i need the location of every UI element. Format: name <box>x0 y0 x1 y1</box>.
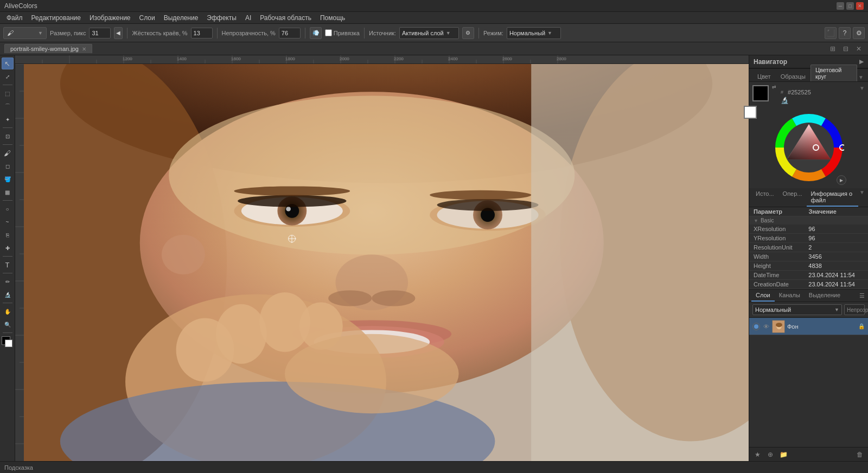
tool-select-lasso[interactable]: ⌒ <box>2 100 14 112</box>
mode-dropdown[interactable]: Нормальный ▼ <box>507 27 561 39</box>
info-param: YResolution <box>749 234 804 243</box>
tab-samples[interactable]: Образцы <box>776 71 810 81</box>
color-options[interactable]: ▼ <box>857 73 865 81</box>
info-table-row: YResolution96 <box>749 234 868 243</box>
tool-text[interactable]: T <box>2 259 14 271</box>
svg-text:2600: 2600 <box>502 56 512 61</box>
brush-preset-button[interactable]: 🖌 ▼ <box>3 27 47 39</box>
opacity-label: Непрозрачность, % <box>222 30 276 36</box>
tool-select-rect[interactable]: ⬚ <box>2 87 14 99</box>
tool-magic-wand[interactable]: ✦ <box>2 113 14 125</box>
tool-smudge[interactable]: ~ <box>2 216 14 228</box>
maximize-button[interactable]: □ <box>846 2 854 10</box>
svg-text:2400: 2400 <box>448 56 458 61</box>
color-panel-options[interactable]: ▼ <box>859 85 865 91</box>
menu-edit[interactable]: Редактирование <box>27 13 85 23</box>
document-tab-close[interactable]: ✕ <box>82 46 86 52</box>
basic-section-toggle[interactable]: ▼ <box>754 218 758 223</box>
source-options-button[interactable]: ⚙ <box>462 27 474 39</box>
color-wheel-play[interactable]: ▶ <box>837 175 846 185</box>
tab-color-wheel[interactable]: Цветовой круг <box>810 65 857 81</box>
canvas-content[interactable] <box>24 64 749 461</box>
size-decrease-button[interactable]: ◀ <box>114 27 123 39</box>
toolbar-icon-settings[interactable]: ⚙ <box>853 27 865 39</box>
menu-workspace[interactable]: Рабочая область <box>256 13 316 23</box>
svg-point-53 <box>169 96 575 255</box>
layers-footer-star[interactable]: ★ <box>752 450 762 459</box>
tab-selection[interactable]: Выделение <box>805 290 845 302</box>
tool-fill[interactable]: 🪣 <box>2 173 14 185</box>
tool-pointer[interactable]: ↖ <box>2 57 14 69</box>
tab-channels[interactable]: Каналы <box>775 290 805 302</box>
airbrush-toggle[interactable]: 💨 <box>310 27 322 39</box>
info-panel-options[interactable]: ▼ <box>858 188 866 207</box>
document-tab-bar: portrait-smiley-woman.jpg ✕ ⊞ ⊟ ✕ <box>0 42 868 55</box>
layer-item-background[interactable]: 👁 Фон 🔒 <box>749 318 868 335</box>
tab-file-info[interactable]: Информация о файл <box>807 188 859 207</box>
tool-gradient[interactable]: ▦ <box>2 186 14 198</box>
toolbar-icon-1[interactable]: ⬛ <box>825 27 837 39</box>
eyedropper-icon[interactable]: 🔬 <box>781 97 789 104</box>
tab-history[interactable]: Исто... <box>751 188 778 207</box>
tab-icon-panels[interactable]: ⊟ <box>841 44 851 54</box>
tool-pen[interactable]: ✏ <box>2 276 14 287</box>
tool-clone[interactable]: ⎘ <box>2 229 14 241</box>
menu-effects[interactable]: Эффекты <box>202 13 241 23</box>
close-button[interactable]: ✕ <box>856 2 864 10</box>
tab-color[interactable]: Цвет <box>752 71 776 81</box>
toolbar: 🖌 ▼ Размер, пикс ◀ Жёсткость краёв, % Не… <box>0 24 868 42</box>
hardness-input[interactable] <box>191 28 213 39</box>
tool-separator-8 <box>3 333 12 333</box>
navigator-title: Навигатор <box>754 58 787 66</box>
navigator-expand[interactable]: ▶ <box>859 59 864 65</box>
menu-image[interactable]: Изображение <box>85 13 135 23</box>
opacity-input[interactable] <box>279 28 301 39</box>
svg-point-58 <box>286 207 291 212</box>
size-input[interactable] <box>89 28 111 39</box>
color-swatches-container: ⇄ <box>752 85 775 108</box>
tool-hand[interactable]: ✋ <box>2 305 14 317</box>
menu-file[interactable]: Файл <box>2 13 27 23</box>
info-value: 23.04.2024 11:54 <box>804 271 868 280</box>
tab-operations[interactable]: Опер... <box>778 188 807 207</box>
tab-layers[interactable]: Слои <box>751 290 775 302</box>
tool-transform[interactable]: ⤢ <box>2 71 14 82</box>
tool-zoom[interactable]: 🔍 <box>2 318 14 330</box>
layers-footer-trash[interactable]: 🗑 <box>855 450 865 459</box>
svg-text:2200: 2200 <box>394 56 404 61</box>
tool-dodge[interactable]: ○ <box>2 203 14 215</box>
tool-crop[interactable]: ⊡ <box>2 130 14 142</box>
color-wheel-wrapper: ▶ <box>774 112 844 183</box>
separator-5 <box>478 28 479 39</box>
tool-brush[interactable]: 🖌 <box>2 147 14 159</box>
info-table-row: Width3456 <box>749 252 868 261</box>
svg-text:2000: 2000 <box>340 56 349 61</box>
minimize-button[interactable]: ─ <box>837 2 844 10</box>
snap-checkbox[interactable] <box>325 29 332 36</box>
source-dropdown[interactable]: Активный слой ▼ <box>399 27 459 39</box>
layer-eye[interactable]: 👁 <box>762 323 770 330</box>
tab-icon-grid[interactable]: ⊞ <box>828 44 838 54</box>
menu-layers[interactable]: Слои <box>135 13 159 23</box>
foreground-color-swatch[interactable] <box>752 85 769 101</box>
opacity-field[interactable]: Непрозрачность 100 ▼ <box>844 304 865 315</box>
menu-select[interactable]: Выделение <box>159 13 203 23</box>
toolbar-icon-help[interactable]: ? <box>839 27 851 39</box>
tool-healing[interactable]: ✚ <box>2 242 14 254</box>
layers-footer-folder[interactable]: 📁 <box>778 450 788 459</box>
swap-colors-button[interactable]: ⇄ <box>772 84 776 90</box>
menu-ai[interactable]: AI <box>241 13 256 23</box>
tool-eraser[interactable]: ◻ <box>2 160 14 172</box>
toolbox-bg-color[interactable] <box>5 340 12 347</box>
layers-options-menu[interactable]: ☰ <box>858 291 866 301</box>
menu-help[interactable]: Помощь <box>316 13 349 23</box>
svg-point-65 <box>234 186 350 196</box>
tool-eyedropper[interactable]: 🔬 <box>2 289 14 301</box>
layer-visibility-dot[interactable] <box>752 323 760 330</box>
layer-lock-icon[interactable]: 🔒 <box>858 323 865 329</box>
blend-mode-dropdown[interactable]: Нормальный ▼ <box>752 304 842 315</box>
tab-icon-close[interactable]: ✕ <box>854 44 864 54</box>
color-wheel-container[interactable]: ▶ <box>752 110 865 185</box>
document-tab[interactable]: portrait-smiley-woman.jpg ✕ <box>4 44 92 53</box>
layers-footer-new[interactable]: ⊕ <box>765 450 775 459</box>
